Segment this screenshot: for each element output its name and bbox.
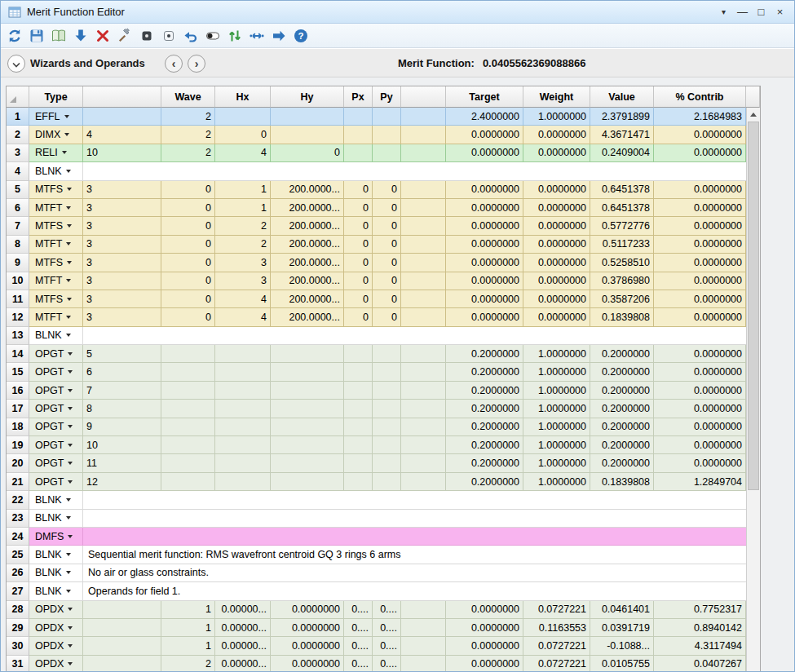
cell-contrib-row11[interactable]: 0.0000000 <box>654 290 746 308</box>
cell-hy-row19[interactable] <box>271 436 344 454</box>
exchange-rows-button[interactable] <box>224 25 245 46</box>
cell-target-row10[interactable]: 0.0000000 <box>446 272 523 290</box>
cell-hy-row7[interactable]: 200.0000... <box>271 217 344 235</box>
row-number-25[interactable]: 25 <box>7 546 29 564</box>
operand-type-dropdown[interactable]: OPGT <box>29 382 83 400</box>
column-header-value[interactable]: Value <box>590 86 654 108</box>
row-number-14[interactable]: 14 <box>7 345 29 363</box>
operand-type-dropdown[interactable]: BLNK <box>29 327 83 345</box>
column-header-weight[interactable]: Weight <box>523 86 590 108</box>
cell-hy-row10[interactable]: 200.0000... <box>271 272 344 290</box>
cell-target-row30[interactable]: 0.0000000 <box>446 637 523 655</box>
cell-value-row21[interactable]: 0.1839808 <box>590 473 654 491</box>
cell-weight-row8[interactable]: 0.0000000 <box>523 236 590 254</box>
operand-type-dropdown[interactable]: MTFS <box>29 254 83 272</box>
empty-row-cell[interactable] <box>83 327 760 345</box>
cell-wave-row28[interactable]: 1 <box>161 601 215 619</box>
cell-value-row31[interactable]: 0.0105755 <box>590 656 654 672</box>
cell-px-row29[interactable]: 0.... <box>344 619 373 637</box>
cell-wave-row16[interactable] <box>161 382 215 400</box>
column-header-gap[interactable] <box>401 86 446 108</box>
cell-hx-row31[interactable]: 0.00000... <box>215 656 271 672</box>
operand-type-dropdown[interactable]: BLNK <box>29 582 83 600</box>
cell-wave-row20[interactable] <box>161 454 215 472</box>
row-number-3[interactable]: 3 <box>7 144 29 162</box>
cell-px-row16[interactable] <box>344 382 373 400</box>
cell-wave-row30[interactable]: 1 <box>161 637 215 655</box>
cell-px-row2[interactable] <box>344 126 373 144</box>
cell-px-row12[interactable]: 0 <box>344 308 373 326</box>
column-header-px[interactable]: Px <box>344 86 373 108</box>
cell-weight-row28[interactable]: 0.0727221 <box>523 601 590 619</box>
save-button[interactable] <box>26 25 47 46</box>
vertical-scrollbar[interactable] <box>746 108 760 672</box>
cell-target-row11[interactable]: 0.0000000 <box>446 290 523 308</box>
cell-weight-row7[interactable]: 0.0000000 <box>523 217 590 235</box>
cell-contrib-row31[interactable]: 0.0407267 <box>654 656 746 672</box>
operand-type-dropdown[interactable]: MTFT <box>29 199 83 217</box>
cell-p1-row11[interactable]: 3 <box>83 290 161 308</box>
cell-gap-row16[interactable] <box>401 382 446 400</box>
dark-panel-toggle-button[interactable] <box>136 25 157 46</box>
operand-type-dropdown[interactable]: MTFT <box>29 236 83 254</box>
cell-value-row3[interactable]: 0.2409004 <box>590 144 654 162</box>
cell-weight-row29[interactable]: 0.1163553 <box>523 619 590 637</box>
cell-py-row19[interactable] <box>373 436 401 454</box>
cell-value-row10[interactable]: 0.3786980 <box>590 272 654 290</box>
cell-gap-row21[interactable] <box>401 473 446 491</box>
cell-value-row6[interactable]: 0.6451378 <box>590 199 654 217</box>
cell-target-row19[interactable]: 0.2000000 <box>446 436 523 454</box>
minimize-button[interactable]: — <box>733 3 752 21</box>
cell-wave-row15[interactable] <box>161 363 215 381</box>
cell-py-row5[interactable]: 0 <box>373 181 401 199</box>
cell-target-row21[interactable]: 0.2000000 <box>446 473 523 491</box>
cell-weight-row30[interactable]: 0.0727221 <box>523 637 590 655</box>
column-header-hx[interactable]: Hx <box>215 86 271 108</box>
cell-p1-row2[interactable]: 4 <box>83 126 161 144</box>
cell-hy-row31[interactable]: 0.0000000 <box>271 656 344 672</box>
cell-value-row5[interactable]: 0.6451378 <box>590 181 654 199</box>
row-number-13[interactable]: 13 <box>7 327 29 345</box>
cell-wave-row1[interactable]: 2 <box>161 108 215 126</box>
cell-gap-row18[interactable] <box>401 418 446 436</box>
cell-hx-row20[interactable] <box>215 454 271 472</box>
cell-hx-row14[interactable] <box>215 345 271 363</box>
cell-py-row28[interactable]: 0.... <box>373 601 401 619</box>
cell-p1-row28[interactable] <box>83 601 161 619</box>
row-number-23[interactable]: 23 <box>7 510 29 528</box>
cell-hy-row3[interactable]: 0 <box>271 144 344 162</box>
cell-p1-row9[interactable]: 3 <box>83 254 161 272</box>
cell-p1-row6[interactable]: 3 <box>83 199 161 217</box>
cell-gap-row11[interactable] <box>401 290 446 308</box>
cell-wave-row2[interactable]: 2 <box>161 126 215 144</box>
scroll-up-button[interactable] <box>747 108 760 122</box>
empty-row-cell[interactable] <box>83 491 760 509</box>
cell-weight-row20[interactable]: 1.0000000 <box>523 454 590 472</box>
resize-columns-button[interactable] <box>246 25 267 46</box>
cell-px-row1[interactable] <box>344 108 373 126</box>
cell-py-row16[interactable] <box>373 382 401 400</box>
operand-type-dropdown[interactable]: OPGT <box>29 400 83 418</box>
cell-hx-row30[interactable]: 0.00000... <box>215 637 271 655</box>
cell-p1-row16[interactable]: 7 <box>83 382 161 400</box>
cell-contrib-row6[interactable]: 0.0000000 <box>654 199 746 217</box>
cell-hy-row30[interactable]: 0.0000000 <box>271 637 344 655</box>
cell-contrib-row2[interactable]: 0.0000000 <box>654 126 746 144</box>
operand-type-dropdown[interactable]: OPGT <box>29 418 83 436</box>
cell-py-row15[interactable] <box>373 363 401 381</box>
cell-p1-row20[interactable]: 11 <box>83 454 161 472</box>
operand-type-dropdown[interactable]: BLNK <box>29 510 83 528</box>
operand-type-dropdown[interactable]: OPDX <box>29 656 83 672</box>
cell-px-row7[interactable]: 0 <box>344 217 373 235</box>
cell-value-row9[interactable]: 0.5258510 <box>590 254 654 272</box>
cell-gap-row14[interactable] <box>401 345 446 363</box>
column-header-type[interactable]: Type <box>29 86 83 108</box>
cell-contrib-row17[interactable]: 0.0000000 <box>654 400 746 418</box>
cell-hy-row6[interactable]: 200.0000... <box>271 199 344 217</box>
cell-target-row15[interactable]: 0.2000000 <box>446 363 523 381</box>
cell-hy-row21[interactable] <box>271 473 344 491</box>
cell-gap-row5[interactable] <box>401 181 446 199</box>
cell-px-row15[interactable] <box>344 363 373 381</box>
cell-wave-row21[interactable] <box>161 473 215 491</box>
cell-gap-row28[interactable] <box>401 601 446 619</box>
